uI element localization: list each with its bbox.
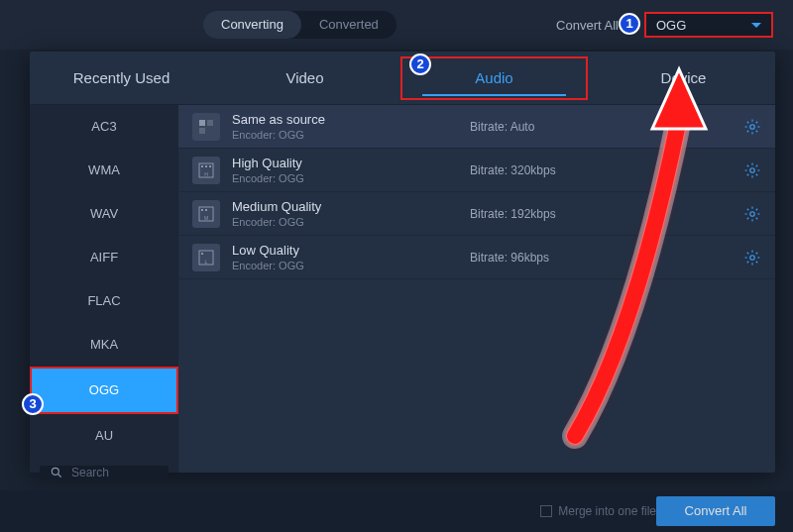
svg-rect-8 (205, 165, 207, 167)
convert-all-button[interactable]: Convert All (656, 496, 775, 526)
tab-converted[interactable]: Converted (301, 11, 396, 39)
category-tabs: Recently Used Video Audio Device (30, 52, 775, 105)
search-icon (50, 466, 63, 479)
format-item-ac3[interactable]: AC3 (30, 105, 178, 149)
cat-tab-recent[interactable]: Recently Used (30, 52, 213, 105)
gear-icon[interactable] (743, 118, 761, 136)
format-item-ogg[interactable]: OGG (30, 367, 178, 414)
merge-checkbox[interactable] (540, 505, 552, 517)
quality-encoder: Encoder: OGG (232, 128, 470, 142)
format-item-aiff[interactable]: AIFF (30, 236, 178, 279)
quality-row[interactable]: M Medium Quality Encoder: OGG Bitrate: 1… (178, 192, 775, 236)
quality-encoder: Encoder: OGG (232, 259, 470, 272)
preset-icon: L (192, 244, 220, 271)
app-header: Converting Converted Convert All to: OGG (0, 0, 793, 50)
quality-title: High Quality (232, 156, 470, 171)
preset-icon (192, 113, 220, 141)
svg-point-20 (750, 255, 755, 260)
annotation-badge-1: 1 (619, 13, 640, 35)
preset-icon: H (192, 157, 220, 184)
format-sidebar: AC3 WMA WAV AIFF FLAC MKA OGG AU Search (30, 105, 178, 473)
quality-row[interactable]: L Low Quality Encoder: OGG Bitrate: 96kb… (178, 236, 775, 279)
svg-point-11 (750, 167, 755, 172)
svg-rect-14 (205, 209, 207, 211)
footer-bar: Merge into one file Convert All (0, 490, 793, 532)
merge-label: Merge into one file (558, 504, 656, 518)
preset-icon: M (192, 200, 220, 228)
svg-text:H: H (204, 171, 208, 177)
quality-title: Same as source (232, 112, 470, 128)
svg-rect-3 (207, 120, 213, 126)
svg-text:L: L (205, 259, 208, 265)
format-item-wma[interactable]: WMA (30, 149, 178, 192)
quality-title: Low Quality (232, 243, 470, 259)
format-item-mka[interactable]: MKA (30, 323, 178, 367)
tab-converting[interactable]: Converting (203, 11, 301, 39)
quality-title: Medium Quality (232, 199, 470, 215)
quality-bitrate: Bitrate: 192kbps (470, 207, 609, 221)
search-input[interactable]: Search (40, 466, 169, 479)
chevron-down-icon (751, 23, 761, 28)
svg-rect-4 (199, 128, 205, 134)
quality-list: Same as source Encoder: OGG Bitrate: Aut… (178, 105, 775, 473)
gear-icon[interactable] (743, 249, 761, 266)
svg-rect-2 (199, 120, 205, 126)
svg-point-5 (750, 124, 755, 129)
convert-all-value: OGG (656, 18, 686, 33)
search-placeholder: Search (71, 466, 109, 479)
svg-text:M: M (204, 215, 208, 221)
quality-encoder: Encoder: OGG (232, 215, 470, 229)
quality-row[interactable]: Same as source Encoder: OGG Bitrate: Aut… (178, 105, 775, 149)
quality-bitrate: Bitrate: 320kbps (470, 163, 609, 177)
gear-icon[interactable] (743, 205, 761, 223)
annotation-badge-3: 3 (22, 393, 44, 415)
main-tabs: Converting Converted (203, 11, 396, 39)
svg-rect-18 (201, 253, 203, 255)
svg-rect-13 (201, 209, 203, 211)
quality-bitrate: Bitrate: 96kbps (470, 251, 609, 265)
annotation-badge-2: 2 (409, 53, 431, 75)
convert-all-select[interactable]: OGG (644, 12, 773, 38)
cat-tab-video[interactable]: Video (213, 52, 396, 105)
quality-bitrate: Bitrate: Auto (470, 120, 609, 134)
svg-rect-9 (209, 165, 211, 167)
svg-line-1 (58, 475, 61, 478)
svg-point-0 (52, 468, 58, 475)
format-item-flac[interactable]: FLAC (30, 279, 178, 323)
quality-row[interactable]: H High Quality Encoder: OGG Bitrate: 320… (178, 149, 775, 192)
gear-icon[interactable] (743, 161, 761, 179)
format-item-wav[interactable]: WAV (30, 192, 178, 236)
svg-rect-7 (201, 165, 203, 167)
cat-tab-device[interactable]: Device (592, 52, 775, 105)
format-dropdown-panel: Recently Used Video Audio Device AC3 WMA… (30, 52, 775, 473)
format-item-au[interactable]: AU (30, 414, 178, 458)
quality-encoder: Encoder: OGG (232, 171, 470, 185)
svg-point-16 (750, 211, 755, 216)
